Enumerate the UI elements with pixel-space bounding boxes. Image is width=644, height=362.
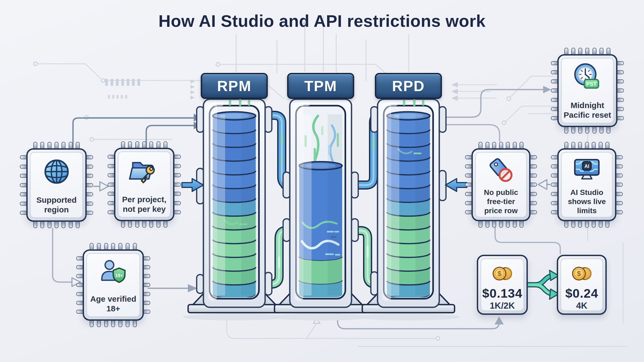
card-label: Per project, not per key <box>122 195 166 217</box>
age-badge: 18+ <box>115 273 123 278</box>
price-unit: 1K/2K <box>490 301 515 313</box>
card-price-input: $ $0.134 1K/2K <box>477 255 528 315</box>
card-label: Midnight Pacific reset <box>564 101 611 123</box>
card-per-project: Per project, not per key <box>114 148 174 221</box>
card-supported-region: Supported region <box>26 148 87 222</box>
tower <box>183 99 286 320</box>
infographic-canvas: How AI Studio and API restrictions work … <box>0 0 644 362</box>
ai-badge: AI <box>584 164 589 169</box>
age-shield-icon: 18+ <box>97 257 130 286</box>
price-unit: 4K <box>576 301 587 313</box>
card-label: No public free-tier price row <box>484 188 518 217</box>
tower-label-rpd: RPD <box>375 73 442 99</box>
fork-arrow <box>528 270 559 299</box>
tower <box>357 99 460 320</box>
card-price-output: $ $0.24 4K <box>557 255 607 315</box>
coins-icon: $ <box>568 262 596 286</box>
folder-key-icon <box>128 155 161 185</box>
card-midnight-reset: PST Midnight Pacific reset <box>557 54 617 127</box>
arrow-into-rpd <box>445 179 467 191</box>
card-age-verified: 18+ Age verified 18+ <box>83 249 144 321</box>
card-label: AI Studio shows live limits <box>568 188 606 217</box>
pst-badge: PST <box>586 81 597 87</box>
clock-pst-icon: PST <box>570 62 605 92</box>
ai-monitor-icon: AI <box>570 156 604 184</box>
tpm-label: TPM <box>304 77 337 95</box>
coins-icon: $ <box>488 262 517 286</box>
dollar-glyph: $ <box>577 269 581 278</box>
page-title: How AI Studio and API restrictions work <box>0 11 644 31</box>
card-label: Age verified 18+ <box>90 294 136 317</box>
price-value: $0.24 <box>565 286 598 301</box>
card-ai-studio-limits: AI AI Studio shows live limits <box>557 148 616 221</box>
globe-icon <box>41 156 72 187</box>
price-value: $0.134 <box>482 286 522 301</box>
tower-label-tpm: TPM <box>287 73 354 99</box>
price-tag-blocked-icon <box>485 156 517 184</box>
towers <box>183 99 460 320</box>
rpd-label: RPD <box>392 77 425 95</box>
card-no-public-free-tier: No public free-tier price row <box>471 148 530 221</box>
dollar-glyph: $ <box>497 269 502 278</box>
card-label: Supported region <box>36 195 77 218</box>
tower-label-rpm: RPM <box>201 73 268 99</box>
rpm-label: RPM <box>217 77 251 95</box>
